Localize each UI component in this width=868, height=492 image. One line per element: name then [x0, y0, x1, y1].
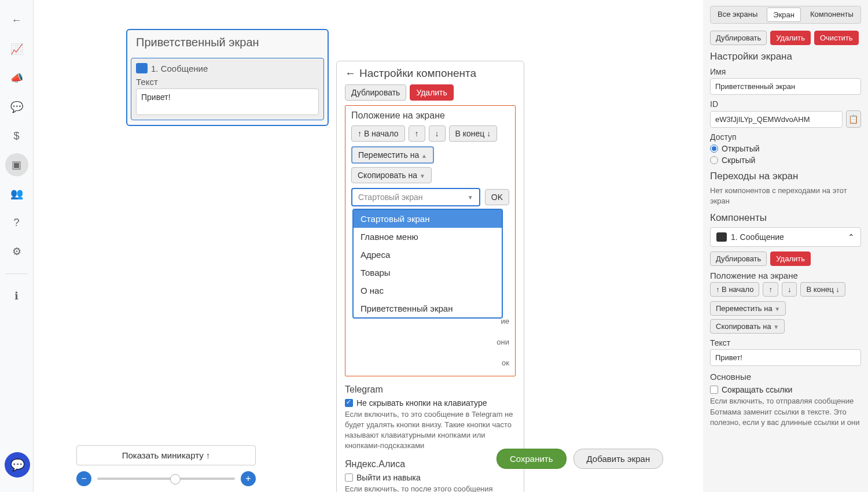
access-open-label: Открытый	[722, 144, 760, 153]
tab-row: Все экраны Экран Компоненты	[710, 6, 861, 24]
screen-clear-button[interactable]: Очистить	[814, 31, 859, 45]
chevron-up-icon: ▲	[421, 153, 427, 159]
copy-to-button[interactable]: Скопировать на ▼	[351, 167, 432, 183]
move-to-button[interactable]: Переместить на ▲	[351, 146, 434, 164]
nav-dollar-icon[interactable]: $	[5, 124, 28, 147]
message-icon	[136, 63, 148, 73]
screen-duplicate-button[interactable]: Дублировать	[710, 31, 767, 45]
dropdown-option[interactable]: Стартовый экран	[354, 210, 502, 228]
comp-down-button[interactable]: ↓	[782, 282, 797, 297]
to-end-button[interactable]: В конец ↓	[449, 125, 498, 142]
screen-card[interactable]: Приветственный экран 1. Сообщение Текст …	[126, 29, 329, 126]
nav-chat-icon[interactable]: 💬	[5, 95, 28, 119]
alice-help: Если включить, то после этого сообщения …	[345, 484, 516, 492]
component-accordion-label: 1. Сообщение	[731, 232, 784, 242]
alice-checkbox-label: Выйти из навыка	[356, 473, 421, 482]
screen-delete-button[interactable]: Удалить	[770, 31, 811, 45]
tab-screen[interactable]: Экран	[767, 8, 801, 22]
comp-up-button[interactable]: ↑	[763, 282, 778, 297]
transitions-empty: Нет компонентов с переходами на этот экр…	[710, 186, 861, 206]
zoom-in-button[interactable]: +	[241, 471, 256, 486]
telegram-checkbox-label: Не скрывать кнопки на клавиатуре	[356, 398, 487, 408]
message-icon	[716, 232, 727, 242]
comp-text-input[interactable]	[710, 349, 861, 366]
tab-all-screens[interactable]: Все экраны	[712, 8, 763, 22]
zoom-out-button[interactable]: −	[76, 471, 91, 486]
action-buttons: Сохранить Добавить экран	[496, 449, 663, 469]
name-input[interactable]	[710, 78, 861, 95]
telegram-help: Если включить, то это сообщение в Telegr…	[345, 409, 516, 452]
chevron-down-icon: ▼	[773, 324, 779, 330]
access-label: Доступ	[710, 132, 861, 142]
bottom-bar: Показать миникарту ↑ − +	[67, 445, 265, 486]
comp-to-start-button[interactable]: ↑ В начало	[710, 282, 759, 297]
position-section: Положение на экране ↑ В начало ↑ ↓ В кон…	[345, 105, 516, 376]
delete-button[interactable]: Удалить	[410, 84, 453, 101]
nav-help-icon[interactable]: ?	[5, 211, 28, 234]
telegram-checkbox[interactable]	[345, 399, 353, 407]
canvas: Приветственный экран 1. Сообщение Текст …	[34, 0, 703, 492]
screen-settings-title: Настройки экрана	[710, 51, 861, 62]
component-title: 1. Сообщение	[151, 64, 208, 73]
component-accordion[interactable]: 1. Сообщение ⌃	[710, 227, 861, 247]
tab-components[interactable]: Компоненты	[804, 8, 859, 22]
component-settings: ← Настройки компонента Дублировать Удали…	[336, 61, 524, 492]
copy-id-button[interactable]: 📋	[846, 110, 861, 128]
main-title: Основные	[710, 372, 861, 382]
screen-dropdown: Стартовый экран Главное меню Адреса Това…	[352, 209, 503, 319]
nav-info-icon[interactable]: ℹ	[5, 284, 28, 308]
dropdown-option[interactable]: О нас	[354, 282, 502, 299]
telegram-title: Telegram	[345, 384, 516, 395]
hidden-text: ие они ок	[351, 316, 509, 369]
component-title-row: 1. Сообщение	[136, 61, 319, 77]
nav-back-icon[interactable]: ←	[5, 9, 28, 32]
back-arrow-icon[interactable]: ←	[345, 67, 356, 80]
alice-title: Яндекс.Алиса	[345, 459, 516, 469]
nav-users-icon[interactable]: 👥	[5, 182, 28, 205]
shorten-links-checkbox[interactable]	[710, 386, 718, 394]
components-title: Компоненты	[710, 212, 861, 224]
nav-rail: ← 📈 📣 💬 $ ▣ 👥 ? ⚙ ℹ	[0, 0, 34, 492]
comp-move-to-button[interactable]: Переместить на ▼	[710, 301, 786, 316]
comp-duplicate-button[interactable]: Дублировать	[710, 251, 767, 266]
duplicate-button[interactable]: Дублировать	[345, 84, 406, 101]
comp-to-end-button[interactable]: В конец ↓	[800, 282, 845, 297]
save-button[interactable]: Сохранить	[496, 449, 567, 469]
move-up-button[interactable]: ↑	[409, 125, 425, 142]
comp-copy-to-button[interactable]: Скопировать на ▼	[710, 319, 785, 334]
nav-megaphone-icon[interactable]: 📣	[5, 66, 28, 90]
chevron-up-icon: ⌃	[848, 232, 855, 242]
ok-button[interactable]: OK	[485, 189, 509, 205]
nav-settings-icon[interactable]: ⚙	[5, 240, 28, 263]
screen-select[interactable]: Стартовый экран ▼	[351, 188, 480, 206]
access-open-radio[interactable]	[710, 145, 718, 153]
add-screen-button[interactable]: Добавить экран	[573, 449, 664, 469]
alice-checkbox[interactable]	[345, 473, 353, 482]
id-label: ID	[710, 99, 861, 109]
right-panel: Все экраны Экран Компоненты Дублировать …	[703, 0, 868, 492]
access-hidden-radio[interactable]	[710, 156, 718, 164]
nav-chart-icon[interactable]: 📈	[5, 38, 28, 61]
id-input[interactable]	[710, 111, 843, 128]
nav-divider	[5, 273, 28, 274]
comp-position-title: Положение на экране	[710, 271, 861, 280]
show-minimap-button[interactable]: Показать миникарту ↑	[76, 445, 256, 465]
comp-delete-button[interactable]: Удалить	[770, 251, 811, 266]
zoom-slider[interactable]	[97, 478, 235, 480]
move-down-button[interactable]: ↓	[429, 125, 446, 142]
name-label: Имя	[710, 67, 861, 76]
chevron-down-icon: ▼	[420, 173, 425, 179]
to-start-button[interactable]: ↑ В начало	[351, 125, 405, 142]
settings-title: Настройки компонента	[359, 67, 476, 80]
dropdown-option[interactable]: Адреса	[354, 246, 502, 264]
text-label: Текст	[136, 77, 319, 87]
chat-fab[interactable]: 💬	[5, 452, 30, 478]
text-value[interactable]: Привет!	[136, 88, 319, 115]
dropdown-option[interactable]: Приветственный экран	[354, 299, 502, 317]
shorten-links-help: Если включить, то отправляя сообщение Бо…	[710, 396, 861, 428]
dropdown-option[interactable]: Товары	[354, 264, 502, 282]
component-block[interactable]: 1. Сообщение Текст Привет!	[131, 58, 324, 120]
access-hidden-label: Скрытый	[722, 156, 755, 165]
dropdown-option[interactable]: Главное меню	[354, 228, 502, 246]
nav-canvas-icon[interactable]: ▣	[5, 153, 28, 176]
